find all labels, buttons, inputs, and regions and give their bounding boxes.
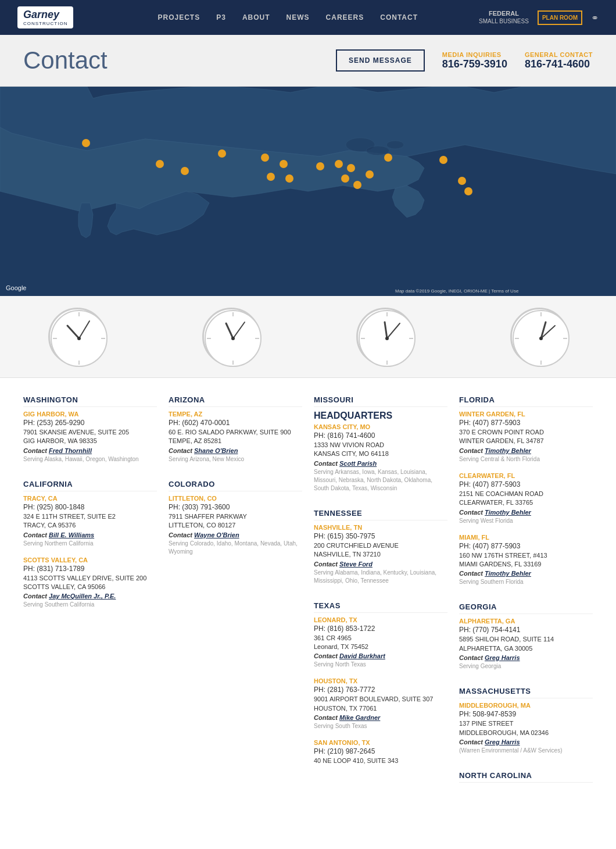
main-nav: PROJECTS P3 ABOUT NEWS CAREERS CONTACT xyxy=(96,13,479,22)
houston-address: 9001 AIRPORT BOULEVARD, SUITE 307HOUSTON… xyxy=(314,695,447,713)
miami-contact-link[interactable]: Timothy Behler xyxy=(485,570,531,577)
tempe-serving: Serving Arizona, New Mexico xyxy=(169,455,302,463)
general-contact: GENERAL CONTACT 816-741-4600 xyxy=(525,51,593,70)
leonard-contact-link[interactable]: David Burkhart xyxy=(339,652,385,659)
svg-point-36 xyxy=(77,337,81,340)
middleborough-contact-link[interactable]: Greg Harris xyxy=(485,739,520,745)
scotts-valley-contact-link[interactable]: Jay McQuillen Jr., P.E. xyxy=(49,593,116,600)
nashville-city: NASHVILLE, TN xyxy=(314,524,447,531)
kc-contact-link[interactable]: Scott Parish xyxy=(339,460,377,467)
houston-contact: Contact Mike Gardner xyxy=(314,714,447,721)
tempe-contact-link[interactable]: Shane O'Brien xyxy=(194,447,238,454)
plan-room-button[interactable]: PLAN ROOM xyxy=(538,10,582,25)
kc-city: KANSAS CITY, MO xyxy=(314,423,447,430)
column-florida-georgia-mass: FLORIDA WINTER GARDEN, FL PH: (407) 877-… xyxy=(459,395,593,799)
nav-p3[interactable]: P3 xyxy=(216,13,226,22)
nashville-phone: PH: (615) 350-7975 xyxy=(314,532,447,540)
map-svg: Google Map data ©2019 Google, INEGI, ORI… xyxy=(0,87,616,296)
svg-point-14 xyxy=(280,160,288,168)
svg-point-24 xyxy=(439,156,447,164)
winter-garden-contact-link[interactable]: Timothy Behler xyxy=(485,447,531,454)
svg-text:Map data ©2019 Google, INEGI, : Map data ©2019 Google, INEGI, ORION-ME |… xyxy=(395,288,519,294)
scotts-valley-phone: PH: (831) 713-1789 xyxy=(23,565,157,573)
leonard-contact: Contact David Burkhart xyxy=(314,652,447,659)
miami-contact: Contact Timothy Behler xyxy=(459,570,593,577)
nav-news[interactable]: NEWS xyxy=(286,13,310,22)
tracy-address: 324 E 11TH STREET, SUITE E2TRACY, CA 953… xyxy=(23,512,157,530)
svg-point-19 xyxy=(347,164,355,172)
media-inquiries: MEDIA INQUIRIES 816-759-3910 xyxy=(442,51,507,70)
littleton-contact-link[interactable]: Wayne O'Brien xyxy=(194,531,239,538)
gig-harbor-contact-link[interactable]: Fred Thornhill xyxy=(49,447,92,454)
littleton-contact: Contact Wayne O'Brien xyxy=(169,531,302,538)
littleton-address: 7911 SHAFFER PARKWAYLITTLETON, CO 80127 xyxy=(169,512,302,530)
svg-point-26 xyxy=(464,187,472,195)
region-california: CALIFORNIA TRACY, CA PH: (925) 800-1848 … xyxy=(23,480,157,609)
contact-hero: Contact SEND MESSAGE MEDIA INQUIRIES 816… xyxy=(0,35,616,87)
logo-wrap[interactable]: Garney CONSTRUCTION xyxy=(17,6,73,28)
svg-point-9 xyxy=(82,139,90,147)
region-georgia: GEORGIA ALPHARETTA, GA PH: (770) 754-414… xyxy=(459,602,593,670)
colorado-title: COLORADO xyxy=(169,480,302,491)
svg-point-10 xyxy=(156,160,164,168)
svg-point-12 xyxy=(218,149,226,158)
header: Garney CONSTRUCTION PROJECTS P3 ABOUT NE… xyxy=(0,0,616,35)
clock-face-pacific xyxy=(48,308,106,366)
tracy-contact-link[interactable]: Bill E. Williams xyxy=(49,531,94,538)
map-container[interactable]: Google Map data ©2019 Google, INEGI, ORI… xyxy=(0,87,616,296)
clearwater-phone: PH: (407) 877-5903 xyxy=(459,480,593,488)
clock-eastern xyxy=(510,308,568,366)
svg-point-17 xyxy=(316,162,324,170)
kc-phone: PH: (816) 741-4600 xyxy=(314,431,447,440)
alpharetta-contact-link[interactable]: Greg Harris xyxy=(485,654,520,661)
san-antonio-city: SAN ANTONIO, TX xyxy=(314,739,447,746)
tennessee-title: TENNESSEE xyxy=(314,509,447,520)
region-massachusetts: MASSACHUSETTS MIDDLEBOROUGH, MA PH: 508-… xyxy=(459,687,593,755)
nav-projects[interactable]: PROJECTS xyxy=(158,13,200,22)
kc-contact: Contact Scott Parish xyxy=(314,460,447,467)
hq-label: HEADQUARTERS xyxy=(314,411,447,421)
scotts-valley-contact: Contact Jay McQuillen Jr., P.E. xyxy=(23,593,157,600)
nashville-contact-link[interactable]: Steve Ford xyxy=(339,561,373,568)
tempe-phone: PH: (602) 470-0001 xyxy=(169,419,302,427)
federal-sub: SMALL BUSINESS xyxy=(479,18,529,25)
nashville-contact: Contact Steve Ford xyxy=(314,561,447,568)
nav-contact[interactable]: CONTACT xyxy=(380,13,418,22)
middleborough-contact: Contact Greg Harris xyxy=(459,739,593,745)
middleborough-phone: PH: 508-947-8539 xyxy=(459,710,593,718)
nashville-address: 200 CRUTCHFIELD AVENUENASHVILLE, TN 3721… xyxy=(314,541,447,559)
alpharetta-city: ALPHARETTA, GA xyxy=(459,618,593,625)
scotts-valley-city: SCOTTS VALLEY, CA xyxy=(23,557,157,563)
leonard-city: LEONARD, TX xyxy=(314,616,447,623)
clock-face-central xyxy=(356,308,414,366)
nav-about[interactable]: ABOUT xyxy=(242,13,270,22)
region-north-carolina: NORTH CAROLINA xyxy=(459,771,593,783)
nav-careers[interactable]: CAREERS xyxy=(326,13,364,22)
svg-point-16 xyxy=(285,174,293,183)
send-message-button[interactable]: SEND MESSAGE xyxy=(336,49,425,72)
houston-phone: PH: (281) 763-7772 xyxy=(314,686,447,694)
clocks-row xyxy=(0,296,616,378)
column-washington-california: WASHINGTON GIG HARBOR, WA PH: (253) 265-… xyxy=(23,395,157,799)
federal-small-business[interactable]: FEDERAL SMALL BUSINESS xyxy=(479,10,529,24)
svg-point-21 xyxy=(341,174,349,183)
svg-point-20 xyxy=(366,170,374,179)
clock-face-mountain xyxy=(202,308,260,366)
region-colorado: COLORADO LITTLETON, CO PH: (303) 791-360… xyxy=(169,480,302,556)
general-contact-label: GENERAL CONTACT xyxy=(525,51,593,58)
search-icon[interactable]: ⚭ xyxy=(591,12,599,23)
houston-contact-link[interactable]: Mike Gardner xyxy=(339,714,380,721)
region-florida: FLORIDA WINTER GARDEN, FL PH: (407) 877-… xyxy=(459,395,593,586)
svg-point-6 xyxy=(366,146,389,155)
clock-pacific xyxy=(48,308,106,366)
svg-point-23 xyxy=(384,154,392,162)
region-tennessee: TENNESSEE NASHVILLE, TN PH: (615) 350-79… xyxy=(314,509,447,585)
leonard-address: 361 CR 4965Leonard, TX 75452 xyxy=(314,634,447,652)
alpharetta-address: 5895 SHILOH ROAD, SUITE 114ALPHARETTA, G… xyxy=(459,635,593,653)
leonard-phone: PH: (816) 853-1722 xyxy=(314,625,447,633)
clearwater-contact-link[interactable]: Timothy Behler xyxy=(485,509,531,516)
column-arizona-colorado: ARIZONA TEMPE, AZ PH: (602) 470-0001 60 … xyxy=(169,395,302,799)
clock-face-eastern xyxy=(510,308,568,366)
svg-point-13 xyxy=(261,154,269,162)
general-contact-phone: 816-741-4600 xyxy=(525,58,593,70)
